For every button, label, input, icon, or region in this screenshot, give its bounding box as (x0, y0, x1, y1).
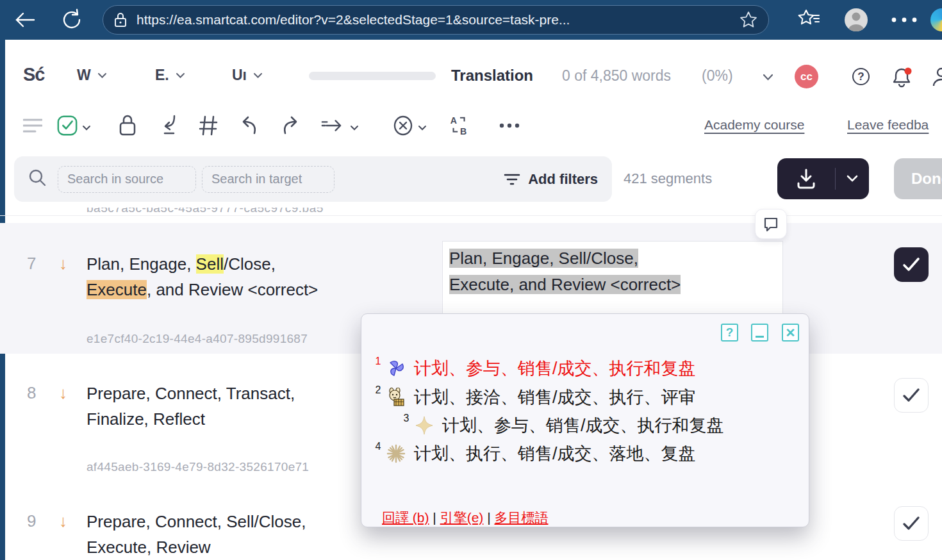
revert-chevron-icon[interactable] (418, 122, 427, 133)
smartcat-logo[interactable]: Sć (23, 64, 44, 85)
highlight-yellow: Sell (196, 254, 224, 274)
progress-percent: (0%) (702, 67, 733, 85)
menu-workspace[interactable]: W (77, 67, 107, 84)
target-cell[interactable]: Plan, Engage, Sell/Close, Execute, and R… (442, 241, 783, 315)
browser-toolbar: https://ea.smartcat.com/editor?v=2&selec… (0, 0, 942, 40)
user-avatar[interactable]: cc (795, 65, 818, 88)
lock-segment-icon[interactable] (117, 114, 138, 137)
search-in-source-input[interactable] (58, 166, 196, 193)
download-split-button[interactable] (777, 158, 869, 199)
redo-icon[interactable] (279, 114, 301, 137)
row-divider (0, 215, 942, 216)
confirm-segment-icon[interactable] (56, 114, 78, 137)
academy-course-link[interactable]: Academy course (704, 117, 804, 133)
previous-segment-id-clipped: ba5c7a5c-ba5c-45a5-9777-ca5c97c9.ba5 (87, 208, 445, 215)
goto-next-icon[interactable] (320, 114, 342, 137)
segment-number: 9 (27, 511, 36, 531)
engine-starburst-icon (386, 443, 406, 464)
editor-window: https://ea.smartcat.com/editor?v=2&selec… (0, 0, 942, 560)
stage-chevron-icon[interactable] (763, 72, 773, 84)
source-cell[interactable]: Plan, Engage, Sell/Close, Execute, and R… (87, 251, 318, 302)
suggestion-item[interactable]: 2 计划、接洽、销售/成交、执行、评审 (373, 383, 796, 411)
segment-id: af445aeb-3169-4e79-8d32-3526170e71 (87, 460, 309, 474)
search-icon (28, 169, 47, 190)
download-chevron-icon[interactable] (836, 175, 869, 183)
address-bar[interactable]: https://ea.smartcat.com/editor?v=2&selec… (103, 5, 769, 35)
check-icon (902, 387, 921, 404)
selected-text: Execute, and Review <correct> (449, 275, 681, 294)
site-lock-icon[interactable] (113, 12, 128, 28)
minimize-icon (756, 336, 764, 338)
engine-pinwheel-icon (386, 358, 406, 379)
translation-suggestions-popup: ? ✕ 1 计划、参与、销售/成交、执行和复盘 2 计划、接洽、销售/成交、执行… (361, 313, 809, 527)
comment-icon (763, 216, 779, 233)
multi-target-link[interactable]: 多目標語 (494, 510, 548, 525)
popup-minimize-button[interactable] (751, 324, 768, 342)
menu-ui[interactable]: Uı (232, 67, 263, 84)
menu-editor[interactable]: E. (155, 67, 185, 84)
stage-arrow-icon: ↓ (59, 383, 67, 403)
segment-id: e1e7cf40-2c19-44e4-a407-895d991687 (87, 332, 308, 346)
download-icon[interactable] (777, 168, 835, 190)
svg-text:A: A (450, 115, 457, 126)
confirm-checkbox-9[interactable] (894, 506, 929, 541)
leave-feedback-link[interactable]: Leave feedba (847, 117, 929, 133)
browser-menu-icon[interactable] (891, 17, 918, 23)
help-icon[interactable]: ? (852, 68, 870, 85)
stage-arrow-icon: ↓ (59, 511, 67, 531)
confirm-checkbox-7[interactable] (894, 247, 929, 282)
undo-icon[interactable] (238, 114, 260, 137)
filter-icon (504, 172, 520, 186)
popup-links: 回譯 (b) | 引擎(e) | 多目標語 (382, 509, 548, 527)
source-cell[interactable]: Prepare, Connect, Sell/Close, Execute, R… (87, 509, 306, 560)
search-in-target-input[interactable] (202, 166, 335, 193)
tags-icon[interactable] (197, 114, 219, 137)
word-count: 0 of 4,850 words (562, 67, 671, 85)
copy-source-icon[interactable] (158, 114, 179, 137)
browser-extension-icon[interactable] (930, 8, 942, 31)
suggestion-item[interactable]: 3 计划、参与、销售/成交、执行和复盘 (373, 411, 796, 440)
back-translate-link[interactable]: 回譯 (b) (382, 510, 429, 525)
selected-text: Plan, Engage, Sell/Close, (449, 249, 638, 268)
account-person-icon[interactable] (932, 67, 942, 90)
segment-list-icon[interactable] (22, 114, 44, 137)
search-filter-bar: Add filters (14, 156, 612, 202)
stage-arrow-icon: ↓ (59, 254, 67, 274)
chevron-down-icon (176, 72, 185, 79)
popup-help-button[interactable]: ? (721, 324, 738, 342)
done-button[interactable]: Done (894, 158, 942, 199)
engine-mascot-icon (386, 387, 406, 408)
confirm-checkbox-8[interactable] (894, 378, 929, 413)
engines-link[interactable]: 引擎(e) (440, 510, 484, 525)
svg-text:B: B (460, 126, 467, 136)
more-actions-icon[interactable] (499, 114, 520, 137)
segments-count: 421 segments (624, 170, 712, 187)
check-icon (902, 256, 921, 273)
engine-sparkle-icon (414, 415, 434, 436)
suggestion-item[interactable]: 1 计划、参与、销售/成交、执行和复盘 (373, 354, 796, 383)
popup-close-button[interactable]: ✕ (782, 324, 799, 342)
goto-chevron-icon[interactable] (350, 122, 359, 133)
transliterate-icon[interactable]: AB (449, 114, 470, 137)
notifications-bell-icon[interactable] (889, 65, 914, 92)
highlight-orange: Execute (87, 280, 147, 299)
back-icon[interactable] (14, 10, 36, 30)
refresh-icon[interactable] (61, 8, 83, 31)
profile-avatar[interactable] (845, 8, 868, 31)
chevron-down-icon (253, 72, 263, 79)
add-filters-button[interactable]: Add filters (504, 171, 598, 188)
stage-title: Translation (451, 67, 533, 85)
source-cell[interactable]: Prepare, Connect, Transact, Finalize, Re… (87, 381, 295, 432)
document-progress-bar (309, 72, 436, 80)
collections-star-icon[interactable] (797, 9, 822, 31)
comment-bubble-button[interactable] (755, 209, 787, 239)
suggestion-item[interactable]: 4 计划、执行、销售/成交、落地、复盘 (373, 440, 796, 468)
check-icon (902, 515, 921, 532)
segment-number: 7 (27, 254, 36, 274)
chevron-down-icon (97, 72, 107, 79)
bookmark-star-icon[interactable] (739, 10, 758, 29)
revert-segment-icon[interactable] (392, 114, 414, 137)
num-wrap (373, 415, 393, 436)
confirm-chevron-icon[interactable] (82, 122, 91, 133)
url-text[interactable]: https://ea.smartcat.com/editor?v=2&selec… (136, 12, 570, 28)
